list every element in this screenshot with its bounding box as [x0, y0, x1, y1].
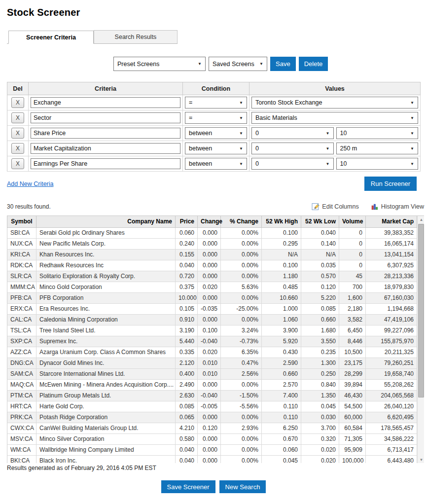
value-select-value: 10: [340, 130, 347, 137]
criteria-input[interactable]: [31, 128, 180, 139]
table-row[interactable]: CWX:CACanWel Building Materials Group Lt…: [7, 423, 417, 433]
new-search-button[interactable]: New Search: [219, 480, 266, 493]
52wk-high-cell: 0.430: [262, 347, 301, 358]
column-header-company-name[interactable]: Company Name: [36, 216, 176, 227]
table-row[interactable]: AZZ:CAAzarga Uranium Corp. Class A Commo…: [7, 347, 417, 358]
table-row[interactable]: PRK:CAPotash Ridge Corporation0.0650.000…: [7, 412, 417, 423]
tab-screener-criteria[interactable]: Screener Criteria: [8, 31, 94, 44]
results-header-row: Symbol Company Name Price Change % Chang…: [7, 216, 417, 227]
saved-screens-select[interactable]: Saved Screens ▼: [209, 57, 267, 71]
pct-change-cell: 0.00%: [221, 238, 262, 249]
column-header-52wk-low[interactable]: 52 Wk Low: [301, 216, 339, 227]
value-select[interactable]: 0▼: [251, 143, 334, 154]
save-screener-button[interactable]: Save Screener: [161, 480, 215, 493]
table-row[interactable]: SLR:CASolitario Exploration & Royalty Co…: [7, 271, 417, 282]
histogram-view-button[interactable]: Histogram View: [371, 203, 424, 211]
condition-select[interactable]: =▼: [185, 97, 247, 108]
value-select[interactable]: Basic Materials▼: [251, 112, 418, 124]
table-row[interactable]: DNG:CADynacor Gold Mines Inc.2.1200.0100…: [7, 358, 417, 368]
table-row[interactable]: SBI:CASerabi Gold plc Ordinary Shares0.0…: [7, 227, 417, 238]
table-row[interactable]: MMM:CAMinco Gold Corporation0.3750.0205.…: [7, 282, 417, 292]
value-select[interactable]: 250 m▼: [336, 143, 419, 154]
table-row[interactable]: TSL:CATree Island Steel Ltd.3.1900.1003.…: [7, 325, 417, 336]
value-select[interactable]: 10▼: [336, 158, 419, 170]
change-cell: 0.000: [198, 238, 221, 249]
52wk-low-cell: 0.320: [301, 433, 339, 444]
table-row[interactable]: SAM:CAStarcore International Mines Ltd.0…: [7, 368, 417, 379]
price-cell: 0.910: [176, 314, 198, 325]
column-header-change[interactable]: Change: [198, 216, 221, 227]
scroll-down-arrow-icon[interactable]: ▼: [418, 456, 424, 463]
table-row[interactable]: MAQ:CAMcEwen Mining - Minera Andes Acqui…: [7, 379, 417, 390]
pct-change-cell: 0.00%: [221, 260, 262, 271]
52wk-low-cell: 0.085: [301, 303, 339, 314]
volume-cell: 71,305: [339, 433, 366, 444]
vertical-scrollbar[interactable]: ▲ ▼: [417, 216, 424, 463]
table-row[interactable]: PTM:CAPlatinum Group Metals Ltd.2.630-0.…: [7, 390, 417, 401]
change-cell: 0.100: [198, 325, 221, 336]
table-row[interactable]: WM:CAWallbridge Mining Company Limited0.…: [7, 444, 417, 455]
company-name-cell: Redhawk Resources Inc: [36, 260, 176, 271]
condition-select[interactable]: between▼: [185, 158, 247, 170]
pct-change-cell: 0.47%: [221, 358, 262, 368]
delete-button[interactable]: Delete: [299, 57, 328, 71]
value-select[interactable]: Toronto Stock Exchange▼: [251, 97, 418, 108]
price-cell: 0.720: [176, 271, 198, 282]
table-row[interactable]: MSV:CAMinco Silver Corporation0.5800.000…: [7, 433, 417, 444]
pct-change-cell: 0.00%: [221, 412, 262, 423]
company-name-cell: Harte Gold Corp.: [36, 401, 176, 412]
criteria-input[interactable]: [31, 97, 180, 108]
table-row[interactable]: BKI:CABlack Iron Inc.0.0400.0000.00%0.04…: [7, 455, 417, 463]
column-header-volume[interactable]: Volume: [339, 216, 366, 227]
change-cell: -0.040: [198, 390, 221, 401]
criteria-input[interactable]: [31, 143, 180, 154]
tab-search-results[interactable]: Search Results: [94, 30, 178, 43]
company-name-cell: McEwen Mining - Minera Andes Acquisition…: [36, 379, 176, 390]
symbol-cell: PFB:CA: [7, 292, 36, 303]
column-header-market-cap[interactable]: Market Cap: [366, 216, 417, 227]
run-screener-button[interactable]: Run Screener: [364, 177, 417, 191]
value-select[interactable]: 0▼: [251, 158, 334, 170]
scrollbar-thumb[interactable]: [418, 224, 424, 397]
52wk-high-cell: 1.060: [262, 314, 301, 325]
stock-screener-page: Stock Screener Screener Criteria Search …: [0, 7, 427, 493]
value-select[interactable]: 10▼: [336, 127, 419, 139]
table-row[interactable]: CAL:CACaledonia Mining Corporation0.9100…: [7, 314, 417, 325]
change-cell: 0.010: [198, 358, 221, 368]
condition-select[interactable]: between▼: [185, 127, 247, 139]
52wk-low-cell: 0.840: [301, 379, 339, 390]
delete-criteria-button[interactable]: X: [11, 128, 24, 139]
value-select[interactable]: 0▼: [251, 127, 334, 139]
add-new-criteria-link[interactable]: Add New Criteria: [7, 180, 53, 187]
column-header-price[interactable]: Price: [176, 216, 198, 227]
table-row[interactable]: NUX:CANew Pacific Metals Corp.0.2400.000…: [7, 238, 417, 249]
condition-select[interactable]: between▼: [185, 143, 247, 154]
table-row[interactable]: ERX:CAEra Resources Inc.0.105-0.035-25.0…: [7, 303, 417, 314]
criteria-input[interactable]: [31, 112, 180, 123]
volume-cell: 1,600: [339, 292, 366, 303]
delete-criteria-button[interactable]: X: [11, 143, 24, 154]
table-row[interactable]: HRT:CAHarte Gold Corp.0.085-0.005-5.56%0…: [7, 401, 417, 412]
table-row[interactable]: RDK:CARedhawk Resources Inc0.0400.0000.0…: [7, 260, 417, 271]
condition-select[interactable]: =▼: [185, 112, 247, 124]
52wk-high-cell: 0.100: [262, 260, 301, 271]
table-row[interactable]: SXP:CASupremex Inc.5.440-0.040-0.73%5.92…: [7, 336, 417, 347]
delete-criteria-button[interactable]: X: [11, 112, 24, 123]
edit-columns-button[interactable]: Edit Columns: [312, 203, 358, 211]
52wk-high-cell: N/A: [262, 249, 301, 260]
delete-criteria-button[interactable]: X: [11, 158, 24, 169]
table-row[interactable]: PFB:CAPFB Corporation10.0000.0000.00%10.…: [7, 292, 417, 303]
symbol-cell: BKI:CA: [7, 455, 36, 463]
column-header-52wk-high[interactable]: 52 Wk High: [262, 216, 301, 227]
scroll-up-arrow-icon[interactable]: ▲: [418, 216, 424, 223]
price-cell: 0.085: [176, 401, 198, 412]
change-cell: 0.120: [198, 423, 221, 433]
table-row[interactable]: KRI:CAKhan Resources Inc.0.1550.0000.00%…: [7, 249, 417, 260]
column-header-pct-change[interactable]: % Change: [221, 216, 262, 227]
criteria-input[interactable]: [31, 158, 180, 169]
column-header-symbol[interactable]: Symbol: [7, 216, 36, 227]
save-button[interactable]: Save: [270, 57, 296, 71]
delete-criteria-button[interactable]: X: [11, 97, 24, 108]
pct-change-cell: 5.63%: [221, 282, 262, 292]
preset-screens-select[interactable]: Preset Screens ▼: [113, 57, 206, 71]
